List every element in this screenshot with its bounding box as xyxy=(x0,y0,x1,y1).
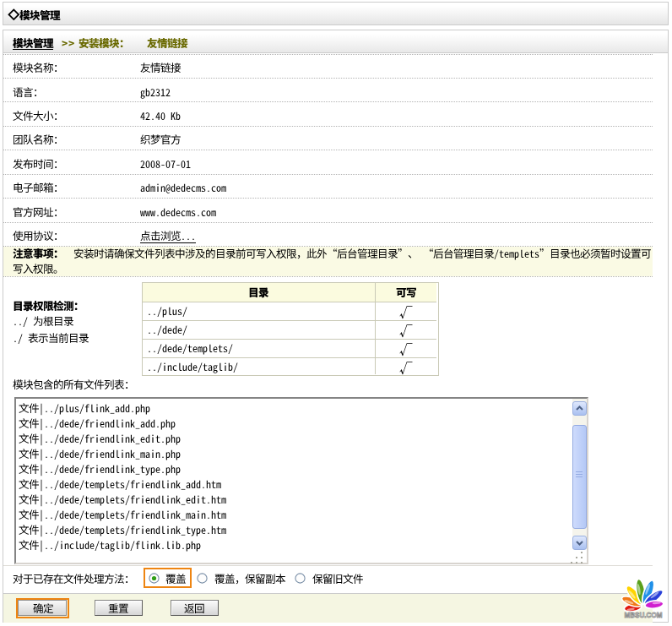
svg-text:MBSU.COM: MBSU.COM xyxy=(625,611,663,619)
